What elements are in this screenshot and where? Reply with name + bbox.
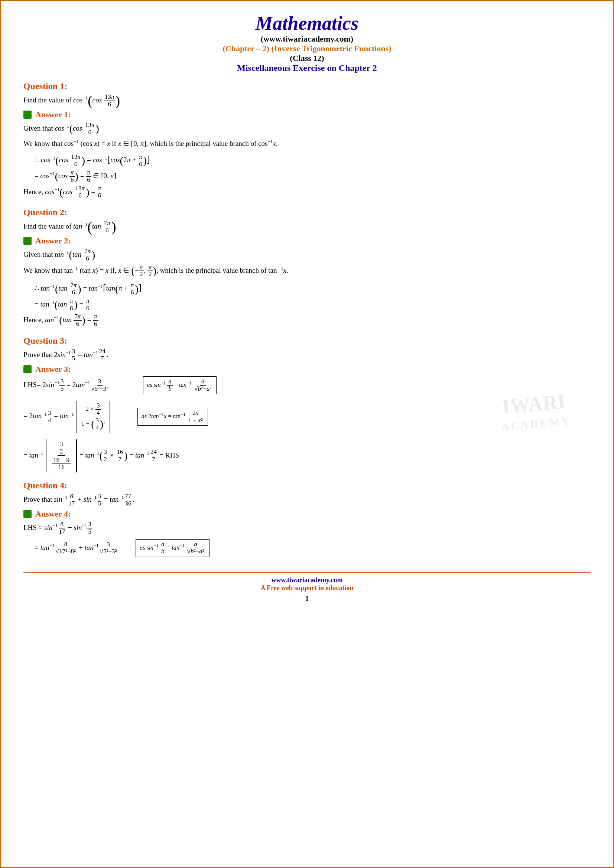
question-3-title: Question 3: [23, 336, 591, 346]
footer-website: www.tiwariacademy.com [23, 576, 591, 584]
answer-icon-3 [23, 365, 31, 374]
footer-tagline: A Free web support in education [23, 584, 591, 592]
header-chapter: (Chapter – 2) (Inverse Trigonometric Fun… [23, 44, 591, 53]
answer-1-title: Answer 1: [23, 110, 591, 119]
answer-2-title: Answer 2: [23, 236, 591, 246]
header-class: (Class 12) [23, 53, 591, 63]
question-1-title: Question 1: [23, 81, 591, 91]
answer-4-content: LHS = sin−1817 + sin−135 = tan−18√17²−8²… [23, 521, 591, 557]
page: Mathematics (www.tiwariacademy.com) (Cha… [0, 0, 614, 868]
page-title: Mathematics [23, 12, 591, 34]
page-number: 1 [23, 595, 591, 603]
footer: www.tiwariacademy.com A Free web support… [23, 572, 591, 592]
question-2-text: Find the value of tan−1(tan 7π6). [23, 220, 591, 234]
answer-1-content: Given that cos−1(cos 13π6) We know that … [23, 122, 591, 199]
answer-3-content: LHS= 2sin−135 = 2tan−13√5²−3² as sin−1 a… [23, 376, 591, 473]
question-2-section: Question 2: Find the value of tan−1(tan … [23, 208, 591, 328]
question-2-title: Question 2: [23, 208, 591, 217]
header: Mathematics (www.tiwariacademy.com) (Cha… [23, 12, 591, 73]
header-website: (www.tiwariacademy.com) [23, 34, 591, 44]
answer-4-title: Answer 4: [23, 509, 591, 519]
question-3-section: Question 3: Prove that 2sin−135 = tan−12… [23, 336, 591, 473]
answer-3-title: Answer 3: [23, 364, 591, 374]
header-exercise: Miscellaneous Exercise on Chapter 2 [23, 63, 591, 73]
question-4-title: Question 4: [23, 480, 591, 491]
answer-icon-2 [23, 237, 31, 245]
question-4-text: Prove that sin−1817 + sin−135 = tan−1773… [23, 493, 591, 507]
question-1-text: Find the value of cos−1(cos 13π6). [23, 93, 591, 108]
question-4-section: Question 4: Prove that sin−1817 + sin−13… [23, 480, 591, 557]
answer-icon-4 [23, 510, 31, 518]
answer-icon-1 [23, 111, 31, 119]
answer-2-content: Given that tan−1(tan 7π6) We know that t… [23, 248, 591, 327]
question-3-text: Prove that 2sin−135 = tan−1247. [23, 348, 591, 362]
question-1-section: Question 1: Find the value of cos−1(cos … [23, 81, 591, 199]
